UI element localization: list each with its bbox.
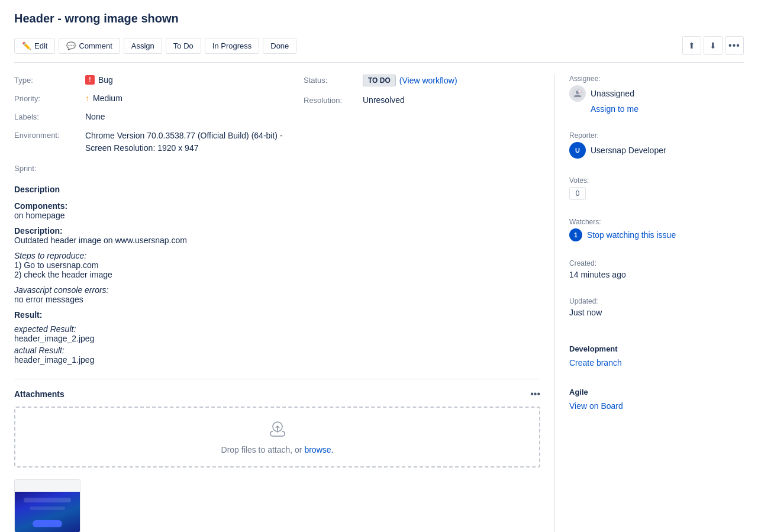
created-value: 14 minutes ago	[569, 270, 744, 279]
assign-to-me-link[interactable]: Assign to me	[591, 104, 638, 114]
assignee-field: Assignee: ? Unassigned	[569, 75, 744, 114]
browse-link[interactable]: browse.	[304, 445, 333, 454]
attachments-header: Attachments •••	[14, 389, 540, 399]
comment-button[interactable]: 💬 Comment	[59, 38, 120, 54]
actual-heading: actual Result:	[14, 346, 64, 355]
more-button[interactable]: •••	[725, 36, 744, 55]
assignee-avatar: ?	[569, 85, 586, 102]
edit-button[interactable]: ✏️ Edit	[14, 38, 55, 54]
bug-icon: !	[85, 75, 95, 85]
watchers-value: 1 Stop watching this issue	[569, 228, 744, 241]
attachments-title: Attachments	[14, 389, 64, 399]
actual-value: header_image_1.jpeg	[14, 355, 540, 365]
votes-label: Votes:	[569, 176, 744, 185]
reporter-value: U Usersnap Developer	[569, 142, 744, 159]
agile-section: Agile View on Board	[569, 388, 744, 411]
expected-heading: expected Result:	[14, 324, 76, 334]
done-button[interactable]: Done	[263, 38, 296, 54]
upload-icon	[268, 420, 287, 439]
status-value: TO DO (View workflow)	[363, 75, 540, 86]
page-title: Header - wrong image shown	[14, 12, 744, 25]
created-label: Created:	[569, 259, 744, 267]
todo-button[interactable]: To Do	[166, 38, 201, 54]
type-value: ! Bug	[85, 75, 304, 85]
left-panel: Type: ! Bug Priority: ↑ Medium Labels: N…	[14, 75, 540, 532]
assignee-value: ? Unassigned	[569, 85, 744, 102]
reporter-avatar: U	[569, 142, 586, 159]
votes-value: 0	[569, 187, 744, 200]
attachment-thumbnail[interactable]	[14, 479, 80, 532]
in-progress-button[interactable]: In Progress	[205, 38, 259, 54]
resolution-value: Unresolved	[363, 95, 540, 105]
labels-value: None	[85, 111, 304, 121]
drop-zone[interactable]: Drop files to attach, or browse.	[14, 407, 540, 467]
resolution-label: Resolution:	[304, 95, 363, 105]
development-heading: Development	[569, 344, 744, 353]
expected-value: header_image_2.jpeg	[14, 334, 540, 343]
view-on-board-link[interactable]: View on Board	[569, 401, 623, 411]
description-section: Description Components: on homepage Desc…	[14, 185, 540, 365]
watchers-label: Watchers:	[569, 218, 744, 226]
drop-text: Drop files to attach, or browse.	[221, 445, 334, 454]
pin-button[interactable]: ⬇	[704, 36, 722, 55]
main-content: Type: ! Bug Priority: ↑ Medium Labels: N…	[14, 75, 744, 532]
unassigned-icon: ?	[572, 88, 583, 99]
priority-label: Priority:	[14, 93, 85, 103]
development-section: Development Create branch	[569, 344, 744, 367]
assign-button[interactable]: Assign	[124, 38, 162, 54]
description-heading: Description	[14, 185, 540, 194]
stop-watching-link[interactable]: Stop watching this issue	[587, 230, 676, 240]
attachments-section: Attachments ••• Drop files to attach, or…	[14, 379, 540, 532]
share-button[interactable]: ⬆	[682, 36, 701, 55]
attachments-more-button[interactable]: •••	[530, 389, 540, 399]
updated-value: Just now	[569, 308, 744, 317]
toolbar-right-actions: ⬆ ⬇ •••	[682, 36, 744, 55]
reporter-field: Reporter: U Usersnap Developer	[569, 131, 744, 159]
sprint-value	[85, 163, 304, 173]
status-label: Status:	[304, 75, 363, 86]
step1: 1) Go to usersnap.com	[14, 260, 540, 270]
console-heading: Javascript console errors:	[14, 285, 540, 295]
comment-icon: 💬	[66, 41, 76, 50]
votes-field: Votes: 0	[569, 176, 744, 200]
desc-subheading: Description:	[14, 226, 540, 236]
right-panel: Assignee: ? Unassigned	[554, 75, 744, 532]
thumbnail-image	[15, 492, 80, 532]
more-icon: •••	[728, 40, 740, 51]
agile-heading: Agile	[569, 388, 744, 396]
priority-icon: ↑	[85, 93, 89, 103]
page-container: Header - wrong image shown ✏️ Edit 💬 Com…	[0, 0, 758, 532]
votes-badge[interactable]: 0	[569, 187, 586, 200]
watchers-badge: 1	[569, 228, 582, 241]
toolbar: ✏️ Edit 💬 Comment Assign To Do In Progre…	[14, 36, 744, 63]
components-heading: Components:	[14, 201, 540, 211]
share-icon: ⬆	[688, 41, 695, 50]
type-label: Type:	[14, 75, 85, 85]
edit-icon: ✏️	[22, 41, 31, 50]
thumbnail-top	[15, 480, 80, 492]
result-heading: Result:	[14, 310, 540, 320]
console-value: no error messages	[14, 295, 540, 304]
environment-label: Environment:	[14, 130, 85, 154]
view-workflow-link[interactable]: (View workflow)	[399, 76, 457, 85]
updated-field: Updated: Just now	[569, 297, 744, 317]
environment-value: Chrome Version 70.0.3538.77 (Official Bu…	[85, 130, 304, 154]
status-badge: TO DO	[363, 75, 396, 86]
create-branch-link[interactable]: Create branch	[569, 358, 622, 367]
step2: 2) check the header image	[14, 270, 540, 279]
meta-fields: Assignee: ? Unassigned	[569, 75, 744, 411]
sprint-label: Sprint:	[14, 163, 85, 173]
priority-value: ↑ Medium	[85, 93, 304, 103]
reporter-label: Reporter:	[569, 131, 744, 140]
pin-icon: ⬇	[709, 41, 717, 50]
assignee-label: Assignee:	[569, 75, 744, 83]
steps-heading: Steps to reproduce:	[14, 251, 540, 260]
svg-text:?: ?	[579, 90, 581, 93]
watchers-field: Watchers: 1 Stop watching this issue	[569, 218, 744, 241]
desc-value: Outdated header image on www.usersnap.co…	[14, 236, 540, 245]
labels-label: Labels:	[14, 111, 85, 121]
components-value: on homepage	[14, 211, 540, 220]
created-field: Created: 14 minutes ago	[569, 259, 744, 279]
updated-label: Updated:	[569, 297, 744, 305]
